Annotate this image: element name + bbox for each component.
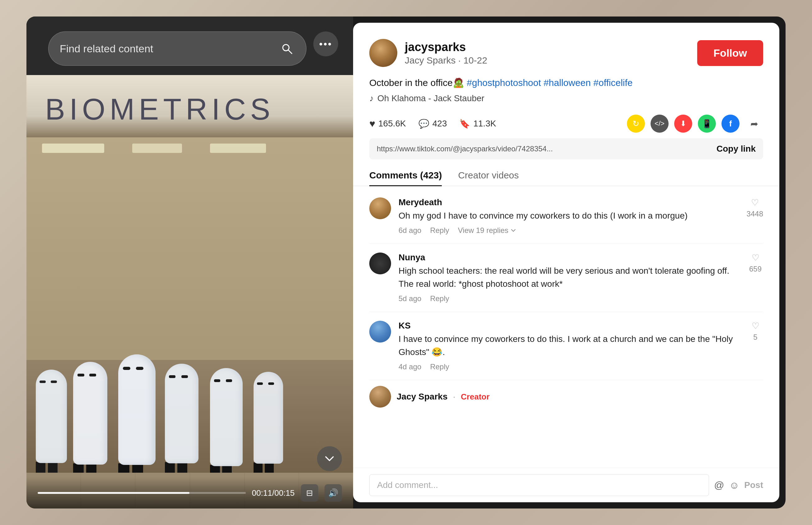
heart-outline-icon[interactable]: ♡: [751, 197, 759, 208]
comment-input-bar: @ ☺ Post: [353, 468, 779, 502]
facebook-button[interactable]: f: [721, 115, 739, 133]
bookmark-count: 11.3K: [473, 119, 496, 129]
creator-badge: Creator: [461, 392, 489, 402]
captions-icon: ⊟: [306, 488, 313, 498]
comment-count: 423: [433, 119, 447, 129]
chevron-down-icon: [323, 452, 336, 465]
biometrics-header: BIOMETRICS: [27, 75, 353, 144]
volume-icon: 🔊: [328, 488, 338, 498]
music-title[interactable]: Oh Klahoma - Jack Stauber: [377, 93, 484, 103]
caption-section: October in the office🧟 #ghostphotoshoot …: [353, 76, 779, 109]
emoji-icon: ☺: [729, 480, 739, 491]
ghost-figure-1: [36, 370, 67, 474]
at-icon: @: [714, 480, 724, 491]
follow-button[interactable]: Follow: [697, 40, 763, 66]
video-controls: 00:11/00:15 ⊟ 🔊: [27, 477, 353, 509]
view-replies-button[interactable]: View 19 replies: [458, 226, 516, 235]
comments-section: Merydeath Oh my god I have to convince m…: [353, 189, 779, 468]
embed-button[interactable]: </>: [651, 115, 669, 133]
video-panel: ••• BIOMETRICS: [27, 16, 353, 509]
video-background: BIOMETRICS: [27, 75, 353, 509]
reply-button[interactable]: Reply: [430, 362, 449, 371]
bookmark-stat[interactable]: 🔖 11.3K: [459, 119, 496, 129]
like-count: 5: [753, 333, 757, 342]
ghost-figure-4: [165, 364, 199, 476]
ghost-scene: [27, 137, 353, 509]
video-timestamp: 00:11/00:15: [252, 488, 295, 498]
comment-likes-nunya: ♡ 659: [748, 253, 763, 303]
facebook-icon: f: [729, 119, 732, 129]
mention-button[interactable]: @: [714, 480, 724, 491]
comment-input[interactable]: [369, 474, 709, 496]
hashtag-halloween[interactable]: #halloween: [544, 77, 591, 88]
comment-text: I have to convince my coworkers to do th…: [399, 333, 740, 359]
heart-icon: ♥: [369, 118, 375, 130]
whatsapp-button[interactable]: 📱: [698, 115, 716, 133]
comment-meta: 4d ago Reply: [399, 362, 740, 371]
hashtag-officelife[interactable]: #officelife: [593, 77, 633, 88]
comment-item: KS I have to convince my coworkers to do…: [369, 312, 763, 380]
progress-bar[interactable]: [38, 492, 246, 494]
tab-creator-videos[interactable]: Creator videos: [458, 165, 519, 185]
music-note-icon: ♪: [369, 93, 374, 103]
comment-username: Merydeath: [399, 197, 739, 207]
volume-button[interactable]: 🔊: [325, 484, 342, 501]
creator-name-row: Jacy Sparks · Creator: [397, 392, 490, 402]
stats-row: ♥ 165.6K 💬 423 🔖 11.3K ↻ </>: [353, 109, 779, 138]
comment-item: Nunya High school teachers: the real wor…: [369, 244, 763, 312]
download-icon: ⬇: [680, 119, 686, 128]
creator-dot: ·: [453, 392, 455, 401]
repost-button[interactable]: ↻: [627, 115, 645, 133]
comment-time: 4d ago: [399, 362, 421, 371]
reply-button[interactable]: Reply: [430, 294, 449, 303]
search-button[interactable]: [279, 41, 295, 57]
emoji-button[interactable]: ☺: [729, 480, 739, 491]
link-url: https://www.tiktok.com/@jacysparks/video…: [377, 145, 712, 153]
heart-outline-icon[interactable]: ♡: [752, 253, 760, 263]
embed-icon: </>: [655, 120, 665, 127]
comment-stat[interactable]: 💬 423: [419, 119, 447, 129]
avatar[interactable]: [369, 39, 397, 67]
like-count: 165.6K: [378, 119, 406, 129]
comment-time: 6d ago: [399, 226, 421, 235]
comment-meta: 5d ago Reply: [399, 294, 740, 303]
comment-body-nunya: Nunya High school teachers: the real wor…: [399, 253, 740, 303]
scroll-down-button[interactable]: [317, 446, 342, 471]
share-button[interactable]: ➦: [745, 115, 763, 133]
post-comment-button[interactable]: Post: [744, 480, 763, 490]
creator-username: Jacy Sparks: [397, 392, 447, 402]
ceiling-light-3: [210, 144, 266, 153]
profile-username: jacysparks: [405, 41, 690, 54]
captions-button[interactable]: ⊟: [301, 484, 318, 501]
copy-link-button[interactable]: Copy link: [717, 144, 756, 154]
app-container: ••• BIOMETRICS: [27, 16, 785, 509]
biometrics-title: BIOMETRICS: [45, 92, 275, 126]
heart-outline-icon[interactable]: ♡: [752, 321, 760, 331]
comment-time: 5d ago: [399, 294, 421, 303]
more-options-button[interactable]: •••: [313, 31, 338, 56]
share-arrow-icon: ➦: [750, 118, 758, 129]
ghost-figure-2: [73, 362, 107, 477]
link-bar: https://www.tiktok.com/@jacysparks/video…: [369, 138, 763, 160]
progress-fill: [38, 492, 189, 494]
bookmark-icon: 🔖: [459, 119, 470, 129]
ceiling-light-2: [132, 144, 182, 153]
comment-body-ks: KS I have to convince my coworkers to do…: [399, 321, 740, 371]
comment-avatar-nunya: [369, 253, 391, 274]
profile-header: jacysparks Jacy Sparks · 10-22 Follow: [353, 23, 779, 76]
comment-avatar-ks: [369, 321, 391, 343]
comment-text: Oh my god I have to convince my coworker…: [399, 209, 739, 222]
like-count: 659: [749, 265, 762, 273]
more-dots-icon: •••: [319, 38, 332, 50]
download-button[interactable]: ⬇: [674, 115, 692, 133]
tab-comments[interactable]: Comments (423): [369, 165, 442, 185]
like-stat[interactable]: ♥ 165.6K: [369, 118, 406, 130]
ghost-figure-6: [253, 372, 283, 474]
hashtag-ghostphotoshoot[interactable]: #ghostphotoshoot: [467, 77, 541, 88]
comment-likes-ks: ♡ 5: [748, 321, 763, 371]
profile-handle: Jacy Sparks · 10-22: [405, 55, 690, 66]
reply-button[interactable]: Reply: [430, 226, 449, 235]
share-icons: ↻ </> ⬇ 📱 f ➦: [627, 115, 763, 133]
search-input[interactable]: [60, 43, 279, 55]
whatsapp-icon: 📱: [702, 119, 712, 129]
